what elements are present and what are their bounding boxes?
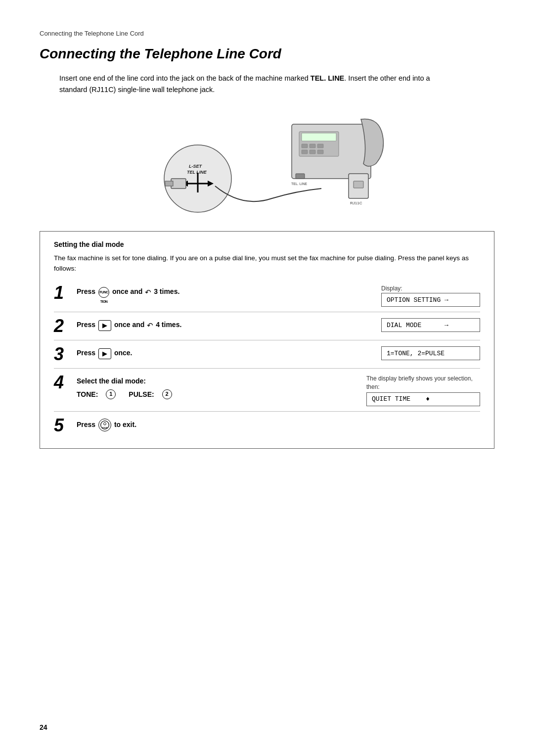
display-label: Display: xyxy=(381,285,480,292)
arrow-btn-icon-2a: ▶ xyxy=(98,320,111,331)
step-2-display-text: DIAL MODE → xyxy=(387,322,448,329)
step-1-content: Press FUNCTION once and ↶ 3 times. xyxy=(77,283,381,298)
svg-rect-12 xyxy=(302,144,308,148)
info-box-title: Setting the dial mode xyxy=(54,240,480,248)
step-5-num: 5 xyxy=(54,417,73,434)
info-box: Setting the dial mode The fax machine is… xyxy=(40,231,494,448)
breadcrumb: Connecting the Telephone Line Cord xyxy=(40,30,494,37)
intro-text: Insert one end of the line cord into the… xyxy=(59,73,430,95)
scroll-icon-2: ↶ xyxy=(147,320,153,331)
step-divider-1 xyxy=(54,312,480,312)
step-divider-4 xyxy=(54,411,480,412)
svg-rect-15 xyxy=(302,150,308,154)
step-5-display xyxy=(381,416,480,418)
step-5-row: 5 Press STOP to exit. xyxy=(54,416,480,434)
step-3-row: 3 Press ▶ once. 1=TONE, 2=PULSE xyxy=(54,344,480,363)
step-4-display-text: QUIET TIME ♦ xyxy=(372,395,430,403)
step-4-row: 4 Select the dial mode: TONE: 1 PULSE: 2… xyxy=(54,373,480,406)
svg-text:L-SET: L-SET xyxy=(189,164,203,169)
scroll-icon-1: ↶ xyxy=(145,286,151,298)
step-1-display-screen: OPTION SETTING → xyxy=(381,293,480,307)
step-2-row: 2 Press ▶ once and ↶ 4 times. DIAL MODE … xyxy=(54,316,480,335)
step-4-num: 4 xyxy=(54,374,73,391)
step-1-num: 1 xyxy=(54,284,73,302)
step-2-content: Press ▶ once and ↶ 4 times. xyxy=(77,316,381,331)
step-3-display: 1=TONE, 2=PULSE xyxy=(381,344,480,360)
step-4-display: The display briefly shows your selection… xyxy=(366,373,480,406)
step-2-display-screen: DIAL MODE → xyxy=(381,318,480,332)
svg-text:STOP: STOP xyxy=(102,426,107,428)
steps-container: 1 Press FUNCTION once and ↶ 3 times. Dis… xyxy=(54,283,480,434)
tone-label: TONE: xyxy=(77,389,98,400)
svg-text:RJ11C: RJ11C xyxy=(350,201,362,205)
svg-rect-18 xyxy=(296,174,305,179)
page: Connecting the Telephone Line Cord Conne… xyxy=(0,0,534,756)
step-divider-2 xyxy=(54,340,480,340)
svg-rect-21 xyxy=(354,181,363,188)
tone-pulse-row: TONE: 1 PULSE: 2 xyxy=(77,389,366,400)
step-3-content: Press ▶ once. xyxy=(77,344,381,359)
tone-num-icon: 1 xyxy=(106,389,116,399)
svg-rect-16 xyxy=(310,150,315,154)
page-number: 24 xyxy=(40,723,47,731)
step-4-display-note: The display briefly shows your selection… xyxy=(366,375,480,391)
step-1-row: 1 Press FUNCTION once and ↶ 3 times. Dis… xyxy=(54,283,480,307)
step-2-display: DIAL MODE → xyxy=(381,316,480,332)
step-4-content: Select the dial mode: TONE: 1 PULSE: 2 xyxy=(77,373,366,400)
page-title: Connecting the Telephone Line Cord xyxy=(40,46,494,62)
svg-text:TEL. LINE: TEL. LINE xyxy=(291,182,308,186)
stop-button-icon: STOP xyxy=(98,419,111,431)
svg-text:TEL LINE: TEL LINE xyxy=(187,170,207,175)
svg-rect-14 xyxy=(317,144,323,148)
svg-rect-17 xyxy=(317,150,323,154)
step-3-display-text: 1=TONE, 2=PULSE xyxy=(387,350,445,357)
step-1-display: Display: OPTION SETTING → xyxy=(381,283,480,307)
step-1-display-text: OPTION SETTING → xyxy=(387,296,448,304)
function-button-icon: FUNCTION xyxy=(98,287,109,298)
arrow-btn-icon-3: ▶ xyxy=(98,348,111,359)
step-3-num: 3 xyxy=(54,345,73,363)
info-box-desc: The fax machine is set for tone dialing.… xyxy=(54,253,480,274)
step-4-display-screen: QUIET TIME ♦ xyxy=(366,392,480,406)
diagram-svg: L-SET TEL LINE xyxy=(143,109,391,213)
pulse-num-icon: 2 xyxy=(162,389,172,399)
pulse-label: PULSE: xyxy=(129,389,154,400)
svg-rect-8 xyxy=(165,181,173,186)
step-2-num: 2 xyxy=(54,317,73,335)
diagram-area: L-SET TEL LINE xyxy=(40,109,494,213)
step-5-content: Press STOP to exit. xyxy=(77,416,381,431)
step-divider-3 xyxy=(54,368,480,369)
svg-rect-13 xyxy=(310,144,315,148)
step-3-display-screen: 1=TONE, 2=PULSE xyxy=(381,346,480,360)
svg-rect-11 xyxy=(302,133,336,141)
